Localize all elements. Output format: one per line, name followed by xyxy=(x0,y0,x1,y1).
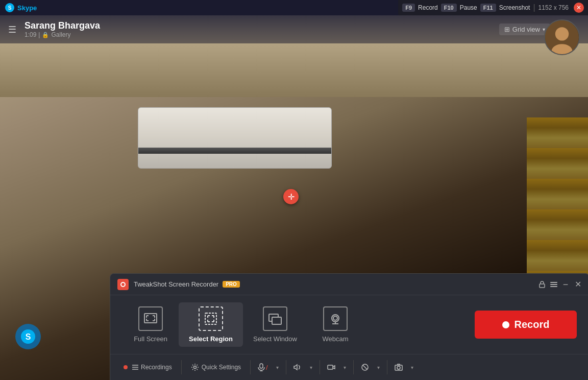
mic-button[interactable]: / xyxy=(255,361,271,374)
webcam-mode-button[interactable]: Webcam xyxy=(307,302,363,347)
svg-point-7 xyxy=(121,283,125,286)
ac-unit xyxy=(138,107,332,169)
mic-chevron[interactable]: ▾ xyxy=(273,362,282,373)
screenshot-action: Screenshot xyxy=(499,4,530,11)
grid-icon: ⊞ xyxy=(504,26,510,33)
separator: | xyxy=(38,31,40,38)
ac-stripe xyxy=(138,148,331,154)
recorder-bottom-toolbar: Recordings Quick Settings / ▾ xyxy=(110,354,588,380)
recorder-modes: Full Screen Select Region xyxy=(110,295,588,354)
skype-header: ☰ Sarang Bhargava 1:09 | 🔒 Gallery ⊞ Gri… xyxy=(0,15,588,43)
svg-point-26 xyxy=(397,366,400,369)
pause-action: Pause xyxy=(460,4,477,11)
f11-key: F11 xyxy=(480,4,496,12)
move-cursor-icon: ✛ xyxy=(283,189,299,204)
gallery-icon: 🔒 xyxy=(42,32,49,38)
menu-button[interactable] xyxy=(550,282,557,287)
minimize-button[interactable]: − xyxy=(561,280,570,289)
annotation-button[interactable] xyxy=(358,361,372,374)
recorder-window-controls: − ✕ xyxy=(538,280,582,289)
gallery-label: Gallery xyxy=(51,31,70,38)
mic-slash-icon: / xyxy=(266,364,268,371)
speaker-icon xyxy=(293,364,302,371)
toolbar-close-button[interactable]: ✕ xyxy=(574,3,584,13)
settings-icon xyxy=(191,363,199,371)
skype-app-name: Skype xyxy=(17,4,37,12)
recordings-icon xyxy=(124,365,128,369)
svg-point-2 xyxy=(555,27,569,40)
recorder-title: TweakShot Screen Recorder xyxy=(134,280,218,288)
recorder-titlebar: TweakShot Screen Recorder PRO − ✕ xyxy=(110,274,588,295)
recorder-logo-icon xyxy=(117,279,129,290)
select-region-icon xyxy=(199,306,223,331)
divider-2 xyxy=(250,360,251,374)
skype-bottom-logo: S xyxy=(15,324,41,349)
call-info: Sarang Bhargava 1:09 | 🔒 Gallery xyxy=(24,20,499,38)
no-annotation-icon xyxy=(361,363,369,371)
recordings-label: Recordings xyxy=(141,364,172,371)
chevron-down-icon: ▾ xyxy=(411,365,413,370)
quick-settings-label: Quick Settings xyxy=(202,364,241,371)
svg-rect-9 xyxy=(144,314,157,323)
svg-point-18 xyxy=(193,366,196,369)
toolbar-separator: | xyxy=(533,3,535,12)
f10-key: F10 xyxy=(441,4,457,12)
chevron-down-icon: ▾ xyxy=(276,365,279,370)
avatar-image xyxy=(545,20,579,54)
svg-text:S: S xyxy=(26,332,31,341)
select-window-icon xyxy=(263,306,287,331)
avatar xyxy=(544,19,580,55)
chevron-down-icon: ▾ xyxy=(310,365,312,370)
divider-1 xyxy=(181,360,182,374)
screenshot-bottom-button[interactable] xyxy=(391,361,406,373)
svg-rect-10 xyxy=(205,313,216,324)
skype-icon: S xyxy=(5,3,14,12)
webcam-icon xyxy=(323,306,348,331)
select-window-label: Select Window xyxy=(253,335,297,343)
caller-name: Sarang Bhargava xyxy=(24,20,499,31)
full-screen-label: Full Screen xyxy=(134,335,167,343)
divider-6 xyxy=(387,360,387,374)
webcam-toggle-button[interactable] xyxy=(324,362,338,373)
webcam-chevron[interactable]: ▾ xyxy=(340,362,349,373)
record-btn-label: Record xyxy=(514,319,550,330)
full-screen-icon xyxy=(138,306,163,331)
recorder-panel: TweakShot Screen Recorder PRO − ✕ xyxy=(110,273,588,380)
hamburger-menu-icon[interactable]: ☰ xyxy=(8,24,16,35)
record-dot-icon xyxy=(502,321,509,328)
pro-badge: PRO xyxy=(223,281,240,288)
mic-icon xyxy=(258,363,265,371)
recordings-lines-icon xyxy=(130,364,138,370)
select-window-mode-button[interactable]: Select Window xyxy=(243,302,307,347)
svg-rect-22 xyxy=(328,365,333,369)
svg-rect-19 xyxy=(260,364,263,368)
select-region-label: Select Region xyxy=(189,335,233,343)
svg-line-24 xyxy=(363,365,367,369)
close-button[interactable]: ✕ xyxy=(574,280,582,289)
divider-3 xyxy=(286,360,286,374)
lock-button[interactable] xyxy=(538,280,546,289)
quick-settings-button[interactable]: Quick Settings xyxy=(186,361,246,374)
call-meta: 1:09 | 🔒 Gallery xyxy=(24,31,499,38)
select-region-mode-button[interactable]: Select Region xyxy=(179,302,243,347)
webcam-bottom-icon xyxy=(327,364,335,370)
screen-dimensions: 1152 x 756 xyxy=(538,4,569,11)
grid-view-label: Grid view xyxy=(512,26,540,33)
recordings-button[interactable]: Recordings xyxy=(118,361,177,373)
annotation-chevron[interactable]: ▾ xyxy=(374,362,383,373)
record-button[interactable]: Record xyxy=(475,311,577,339)
skype-logo: S Skype xyxy=(5,3,37,12)
grid-view-button[interactable]: ⊞ Grid view ▾ xyxy=(499,23,550,35)
full-screen-mode-button[interactable]: Full Screen xyxy=(122,302,179,347)
speaker-button[interactable] xyxy=(290,361,305,373)
webcam-label: Webcam xyxy=(322,335,348,343)
call-time: 1:09 xyxy=(24,31,36,38)
svg-rect-12 xyxy=(272,317,281,324)
record-toolbar: F9 Record F10 Pause F11 Screenshot | 115… xyxy=(398,0,588,15)
record-action: Record xyxy=(418,4,438,11)
divider-4 xyxy=(320,360,320,374)
svg-point-14 xyxy=(333,316,337,320)
camera-icon xyxy=(395,364,403,371)
screenshot-chevron[interactable]: ▾ xyxy=(408,362,416,373)
speaker-chevron[interactable]: ▾ xyxy=(307,362,315,373)
